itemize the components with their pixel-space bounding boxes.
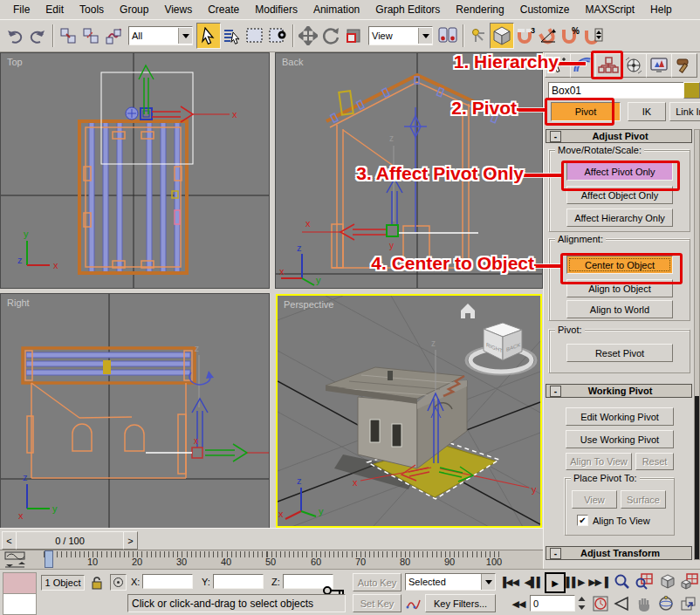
zoom-extents-icon[interactable]	[657, 573, 677, 590]
time-slider-next-button[interactable]: >	[123, 531, 138, 550]
menu-modifiers[interactable]: Modifiers	[247, 2, 305, 17]
maxscript-listener-pane[interactable]	[3, 593, 37, 615]
select-and-scale-icon[interactable]	[342, 24, 365, 48]
select-and-manipulate-icon[interactable]	[467, 24, 490, 48]
absolute-offset-mode-icon[interactable]	[110, 574, 127, 591]
affect-object-only-button[interactable]: Affect Object Only	[566, 186, 673, 204]
reset-pivot-button[interactable]: Reset Pivot	[566, 344, 673, 362]
viewport-perspective[interactable]: z x y RIG	[276, 294, 542, 528]
macro-recorder-pane[interactable]	[3, 572, 37, 594]
adjust-transform-rollout-header[interactable]: - Adjust Transform	[546, 546, 692, 560]
redo-icon[interactable]	[26, 24, 49, 48]
menu-rendering[interactable]: Rendering	[448, 2, 511, 17]
use-working-pivot-button[interactable]: Use Working Pivot	[566, 430, 674, 448]
viewport-right[interactable]: z x z y x Right	[1, 294, 269, 528]
align-to-view-checkbox[interactable]: ✔	[577, 515, 588, 526]
set-key-button[interactable]: Set Key	[353, 594, 401, 612]
tab-hierarchy[interactable]	[595, 53, 621, 78]
x-coordinate-field[interactable]	[142, 574, 193, 589]
collapse-icon[interactable]: -	[550, 386, 561, 397]
unlink-selection-icon[interactable]	[79, 24, 102, 48]
window-crossing-toggle-icon[interactable]	[266, 24, 289, 48]
working-pivot-reset-button[interactable]: Reset	[635, 453, 674, 470]
adjust-pivot-rollout-header[interactable]: - Adjust Pivot	[546, 129, 692, 143]
menu-views[interactable]: Views	[156, 2, 200, 17]
select-by-name-icon[interactable]	[221, 24, 244, 48]
edit-working-pivot-button[interactable]: Edit Working Pivot	[566, 407, 674, 426]
menu-maxscript[interactable]: MAXScript	[577, 2, 642, 17]
next-frame-button[interactable]: ▌▌▶	[566, 575, 585, 590]
select-and-link-icon[interactable]	[57, 24, 79, 48]
snaps-toggle-cube-icon[interactable]	[490, 23, 514, 49]
use-pivot-point-center-icon[interactable]	[436, 24, 459, 48]
menu-file[interactable]: File	[5, 2, 38, 17]
menu-graph-editors[interactable]: Graph Editors	[367, 2, 448, 17]
reference-coordinate-system-dropdown[interactable]: View	[368, 26, 433, 45]
zoom-tool-icon[interactable]	[612, 573, 632, 590]
auto-key-button[interactable]: Auto Key	[353, 573, 401, 591]
place-pivot-view-button[interactable]: View	[572, 490, 617, 509]
menu-edit[interactable]: Edit	[38, 2, 72, 17]
dropdown-arrow-icon[interactable]	[481, 574, 495, 590]
time-slider-prev-button[interactable]: <	[2, 531, 17, 550]
arc-rotate-icon[interactable]	[655, 595, 676, 612]
rectangular-selection-region-icon[interactable]	[244, 24, 266, 48]
zoom-extents-all-icon[interactable]	[679, 573, 699, 590]
selection-lock-icon[interactable]	[89, 574, 105, 591]
spinner-snap-toggle-icon[interactable]	[582, 24, 605, 48]
menu-help[interactable]: Help	[642, 2, 680, 17]
key-mode-toggle-button[interactable]: ◀◀	[509, 597, 528, 612]
mini-curve-editor-icon[interactable]	[2, 551, 30, 569]
time-slider-button[interactable]: 0 / 100	[16, 531, 124, 550]
affect-pivot-only-button[interactable]: Affect Pivot Only	[566, 162, 673, 181]
y-coordinate-field[interactable]	[213, 574, 264, 589]
time-slider-handle[interactable]	[45, 550, 53, 568]
selection-filter-dropdown[interactable]: All	[128, 26, 193, 45]
previous-frame-button[interactable]: ◀▌▌	[524, 575, 543, 590]
collapse-icon[interactable]: -	[550, 548, 561, 559]
percent-snap-toggle-icon[interactable]: %	[559, 24, 582, 48]
center-to-object-button[interactable]: Center to Object	[566, 256, 673, 274]
menu-customize[interactable]: Customize	[512, 2, 578, 17]
panel-scrollbar[interactable]	[694, 129, 700, 560]
object-name-field[interactable]	[548, 82, 684, 99]
ik-mode-tab[interactable]: IK	[628, 102, 666, 121]
select-and-rotate-icon[interactable]	[319, 24, 342, 48]
go-to-start-button[interactable]: ▐◀◀	[499, 575, 518, 590]
current-frame-field[interactable]: 0	[530, 595, 575, 612]
key-mode-dropdown[interactable]: Selected	[405, 573, 496, 591]
key-filters-button[interactable]: Key Filters...	[425, 594, 496, 612]
track-bar[interactable]: 0 10 20 30 40 50 60 70 80 90 100	[0, 550, 543, 570]
affect-hierarchy-only-button[interactable]: Affect Hierarchy Only	[566, 208, 673, 227]
align-to-world-button[interactable]: Align to World	[566, 300, 673, 318]
select-object-button[interactable]	[196, 23, 221, 49]
tab-modify[interactable]	[570, 53, 596, 78]
field-of-view-icon[interactable]	[612, 595, 632, 612]
frame-spinner[interactable]	[577, 595, 587, 612]
min-max-toggle-icon[interactable]	[678, 595, 698, 612]
tab-display[interactable]	[646, 53, 672, 78]
bind-to-space-warp-icon[interactable]	[102, 24, 125, 48]
link-info-mode-tab[interactable]: Link Info	[669, 102, 700, 121]
object-color-swatch[interactable]	[683, 82, 700, 99]
tab-utilities[interactable]	[671, 53, 697, 78]
pan-hand-icon[interactable]	[634, 595, 654, 612]
menu-tools[interactable]: Tools	[72, 2, 112, 17]
select-and-move-icon[interactable]	[297, 24, 319, 48]
time-configuration-icon[interactable]	[590, 595, 610, 612]
dropdown-arrow-icon[interactable]	[418, 28, 432, 44]
menu-group[interactable]: Group	[112, 2, 156, 17]
tab-motion[interactable]	[621, 53, 647, 78]
pivot-mode-tab[interactable]: Pivot	[551, 102, 621, 121]
menu-animation[interactable]: Animation	[305, 2, 367, 17]
menu-create[interactable]: Create	[200, 2, 247, 17]
align-to-object-button[interactable]: Align to Object	[566, 279, 673, 297]
play-button[interactable]: ▶	[545, 572, 566, 593]
dropdown-arrow-icon[interactable]	[178, 28, 192, 44]
angle-snap-toggle-icon[interactable]	[537, 24, 559, 48]
working-pivot-rollout-header[interactable]: - Working Pivot	[546, 384, 692, 398]
snap-toggle-3d-icon[interactable]: 3	[514, 24, 537, 48]
scrollbar-thumb[interactable]	[695, 396, 699, 559]
viewport-top[interactable]: x y x z Top	[1, 53, 269, 288]
key-filters-curve-icon[interactable]	[405, 594, 422, 612]
